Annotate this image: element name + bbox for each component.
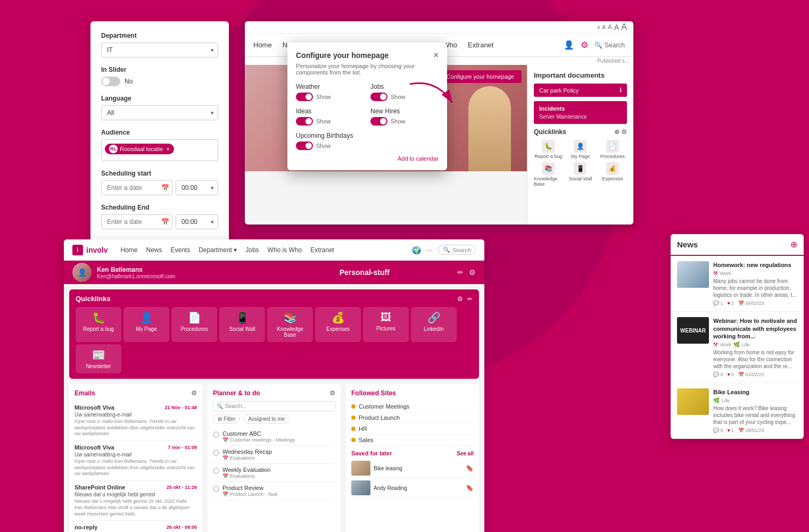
sp-search[interactable]: 🔍 Search bbox=[595, 41, 625, 49]
email-subject-1: Uw samenvatting-e-mail bbox=[75, 412, 197, 418]
involv-nav-whoiswho[interactable]: Who is Who bbox=[268, 246, 302, 254]
planner-search[interactable]: 🔍 Search... bbox=[213, 401, 335, 411]
planner-item-1-name: Customer ABC bbox=[222, 430, 295, 437]
planner-filter-btn[interactable]: ⊞ Filter bbox=[213, 414, 240, 423]
email-item-4[interactable]: no-reply 26 okt - 09:00 bbox=[75, 521, 197, 532]
font-a-xl[interactable]: A bbox=[621, 22, 627, 32]
modal-birthdays-toggle[interactable] bbox=[296, 142, 313, 150]
planner-radio-2[interactable] bbox=[213, 450, 219, 456]
planner-item-3[interactable]: Weekly Evaluation 📅 Evaluations bbox=[213, 464, 335, 482]
involv-logo: i involv bbox=[72, 245, 108, 255]
involv-ql-social-label: Social Wall bbox=[229, 326, 255, 332]
planner-radio-3[interactable] bbox=[213, 468, 219, 474]
involv-edit-icon[interactable]: ✏ bbox=[457, 268, 464, 277]
sp-nav-home[interactable]: Home bbox=[253, 41, 272, 49]
involv-nav-jobs[interactable]: Jobs bbox=[245, 246, 259, 254]
scheduling-start-time-select[interactable]: 00:00 bbox=[176, 180, 218, 195]
modal-add-calendar[interactable]: Add to calendar bbox=[296, 155, 439, 162]
followed-sites-card: Followed Sites Customer Meetings Product… bbox=[346, 384, 479, 532]
involv-nav-department[interactable]: Department ▾ bbox=[199, 246, 237, 254]
font-a-xs[interactable]: A bbox=[597, 25, 600, 30]
involv-settings-icon[interactable]: ⚙ bbox=[469, 268, 476, 277]
saved-item-1[interactable]: Bike leasing 🔖 bbox=[351, 459, 474, 478]
followed-site-4[interactable]: Sales bbox=[351, 435, 474, 446]
news-comment-3: 💬 0 bbox=[713, 428, 723, 433]
involv-ql-social-wall[interactable]: 📱 Social Wall bbox=[219, 307, 265, 342]
involv-ql-pictures[interactable]: 🖼 Pictures bbox=[363, 307, 409, 342]
involv-nav-extranet[interactable]: Extranet bbox=[310, 246, 334, 254]
involv-search[interactable]: 🔍 Search bbox=[438, 245, 476, 255]
sp-ql-settings[interactable]: ⊕ ⚙ bbox=[614, 128, 627, 136]
email-date-3: 25 okt - 11:26 bbox=[167, 485, 197, 490]
sp-ql-knowledge[interactable]: 📚 Knowledge Base bbox=[534, 162, 563, 187]
modal-birthdays-label: Upcoming Birthdays bbox=[296, 132, 364, 139]
involv-ql-newsletter[interactable]: 📰 Newsletter bbox=[76, 344, 121, 373]
sp-nav-extranet[interactable]: Extranet bbox=[468, 41, 493, 49]
font-a-lg[interactable]: A bbox=[614, 23, 619, 31]
news-item-3[interactable]: Bike Leasing 🌿 Life How does it work? Bi… bbox=[671, 383, 804, 439]
news-item-2[interactable]: WEBINAR Webinar: How to motivate and com… bbox=[671, 312, 804, 383]
planner-item-1[interactable]: Customer ABC 📅 Customer meetings - Meeti… bbox=[213, 428, 335, 446]
news-close-button[interactable]: ⊕ bbox=[790, 239, 797, 250]
email-subject-3: Nieuws dat u mogelijk hebt gemist bbox=[75, 492, 197, 497]
news-content-3: Bike Leasing 🌿 Life How does it work? Bi… bbox=[713, 388, 797, 433]
scheduling-end-time-select[interactable]: 00:00 bbox=[176, 214, 218, 229]
saved-bookmark-2[interactable]: 🔖 bbox=[466, 484, 474, 492]
involv-nav-news[interactable]: News bbox=[146, 246, 162, 254]
planner-radio-1[interactable] bbox=[213, 431, 219, 438]
sp-ql-report-bug[interactable]: 🐛 Report a bug bbox=[534, 140, 563, 159]
audience-input-area[interactable]: RL Roosdaal locatie × bbox=[101, 139, 218, 161]
involv-ql-knowledge-base[interactable]: 📚 Knowledge Base bbox=[267, 307, 313, 342]
modal-ideas-label: Ideas bbox=[296, 107, 364, 115]
involv-ql-report-bug[interactable]: 🐛 Report a bug bbox=[76, 307, 121, 342]
sp-incidents[interactable]: Incidents Server Maintenance bbox=[534, 101, 627, 124]
involv-ql-my-page[interactable]: 👤 My Page bbox=[123, 307, 169, 342]
email-item-3[interactable]: SharePoint Online 25 okt - 11:26 Nieuws … bbox=[75, 481, 197, 521]
planner-item-2[interactable]: Wednesday Recap 📅 Evaluations bbox=[213, 446, 335, 464]
sp-ql-procedures[interactable]: 📄 Procedures bbox=[598, 140, 627, 159]
audience-label: Audience bbox=[101, 129, 218, 136]
planner-item-4[interactable]: Product Review 📅 Product Launch - Task bbox=[213, 482, 335, 500]
email-item-2[interactable]: Microsoft Viva 7 nov - 01:08 Uw samenvat… bbox=[75, 441, 197, 481]
involv-ql-edit[interactable]: ✏ bbox=[467, 295, 473, 303]
involv-ql-expenses[interactable]: 💰 Expenses bbox=[315, 307, 361, 342]
sp-car-park-policy[interactable]: Car park Policy ℹ bbox=[534, 84, 627, 97]
modal-newhires-toggle-row: Show bbox=[370, 117, 439, 126]
planner-assigned-btn[interactable]: Assigned to me bbox=[243, 414, 290, 423]
followed-site-2[interactable]: Product Launch bbox=[351, 412, 474, 423]
modal-close-button[interactable]: × bbox=[434, 51, 439, 60]
planner-radio-4[interactable] bbox=[213, 486, 219, 492]
audience-tag-remove[interactable]: × bbox=[166, 146, 169, 152]
sp-doc-icon: ℹ bbox=[620, 87, 622, 94]
news-item-1[interactable]: Homework: new regulations ⚒ Work Many jo… bbox=[671, 256, 804, 312]
involv-ql-gear[interactable]: ⚙ bbox=[457, 295, 463, 303]
followed-site-1[interactable]: Customer Meetings bbox=[351, 401, 474, 412]
involv-ql-procedures[interactable]: 📄 Procedures bbox=[171, 307, 217, 342]
modal-weather-toggle[interactable] bbox=[296, 93, 313, 101]
involv-ql-linkedin[interactable]: 🔗 LinkedIn bbox=[411, 307, 457, 342]
saved-item-2[interactable]: Andy Reading 🔖 bbox=[351, 478, 474, 498]
emails-gear-icon[interactable]: ⚙ bbox=[191, 389, 197, 397]
font-a-sm[interactable]: A bbox=[602, 24, 606, 30]
language-select[interactable]: All bbox=[101, 105, 218, 120]
modal-ideas-toggle[interactable] bbox=[296, 117, 313, 126]
involv-nav-events[interactable]: Events bbox=[171, 246, 191, 254]
planner-gear-icon[interactable]: ⚙ bbox=[329, 389, 335, 397]
in-slider-toggle[interactable] bbox=[101, 77, 120, 86]
audience-field: Audience RL Roosdaal locatie × bbox=[101, 129, 218, 161]
email-item-1[interactable]: Microsoft Viva 21 Nov - 01:48 Uw samenva… bbox=[75, 401, 197, 441]
news-meta-3: 💬 0 ♥ 1 📅 28/01/23 bbox=[713, 428, 797, 433]
modal-newhires-toggle[interactable] bbox=[370, 117, 387, 126]
sp-ql-my-page[interactable]: 👤 My Page bbox=[566, 140, 595, 159]
font-a-md[interactable]: A bbox=[608, 23, 612, 31]
involv-nav-home[interactable]: Home bbox=[120, 246, 137, 254]
sp-ql-expenses[interactable]: 💰 Expenses bbox=[598, 162, 627, 187]
sp-settings-icon[interactable]: ⚙ bbox=[581, 40, 588, 50]
department-select[interactable]: IT bbox=[101, 43, 218, 57]
followed-site-3[interactable]: HR bbox=[351, 423, 474, 435]
saved-see-all[interactable]: See all bbox=[457, 451, 474, 456]
saved-bookmark-1[interactable]: 🔖 bbox=[466, 464, 474, 472]
involv-nav-more[interactable]: ··· bbox=[426, 246, 433, 254]
modal-jobs-toggle[interactable] bbox=[370, 93, 387, 101]
sp-ql-social-wall[interactable]: 📱 Social Wall bbox=[566, 162, 595, 187]
